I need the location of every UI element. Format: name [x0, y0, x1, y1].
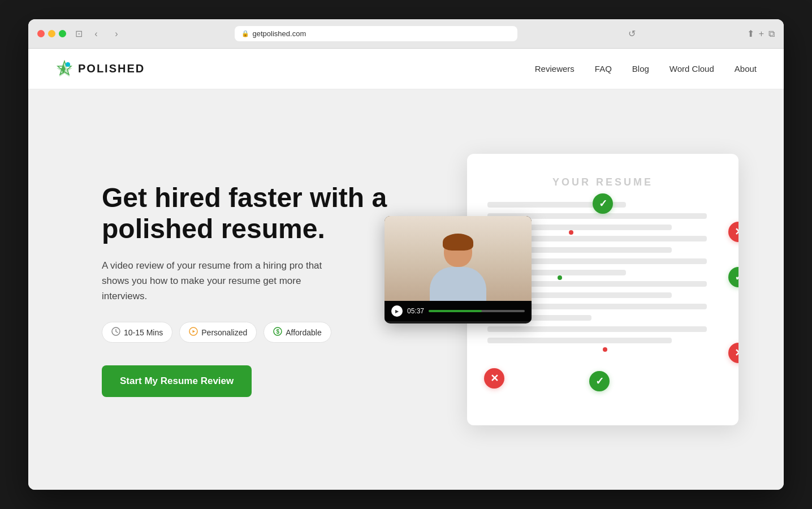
annotation-x-top-right: ✕ — [728, 222, 738, 242]
x-circle-3: ✕ — [484, 368, 504, 389]
x-circle-2: ✕ — [728, 343, 738, 363]
feature-badges: 10-15 Mins Personalized — [102, 322, 396, 343]
dot-green-2 — [591, 377, 596, 381]
annotation-check-top: ✓ — [593, 193, 613, 214]
badge-personalized-label: Personalized — [201, 328, 247, 337]
cta-button[interactable]: Start My Resume Review — [102, 365, 252, 397]
badge-affordable: $ Affordable — [264, 322, 331, 343]
browser-window: ⊡ ‹ › 🔒 getpolished.com ↺ ⬆ + ⧉ POLISHED — [28, 19, 784, 490]
badge-time-label: 10-15 Mins — [124, 328, 163, 337]
check-circle-2: ✓ — [728, 267, 738, 287]
address-bar[interactable]: 🔒 getpolished.com — [235, 26, 517, 41]
x-circle-1: ✕ — [728, 222, 738, 242]
check-circle-1: ✓ — [593, 193, 613, 214]
video-person — [385, 216, 532, 301]
nav-blog[interactable]: Blog — [632, 64, 649, 74]
nav-wordcloud[interactable]: Word Cloud — [670, 64, 714, 74]
hero-section: Get hired faster with a polished resume.… — [28, 89, 784, 490]
dot-red-1 — [569, 230, 573, 235]
hero-title: Get hired faster with a polished resume. — [102, 182, 396, 244]
nav-faq[interactable]: FAQ — [595, 64, 612, 74]
url-text: getpolished.com — [253, 29, 306, 38]
person-figure — [430, 236, 486, 301]
video-controls: ▶ 05:37 — [385, 301, 532, 321]
video-time: 05:37 — [407, 307, 424, 315]
annotation-x-bottom-left: ✕ — [484, 368, 504, 389]
resume-title: YOUR RESUME — [487, 176, 718, 188]
hero-subtitle: A video review of your resume from a hir… — [102, 258, 345, 304]
reload-button[interactable]: ↺ — [628, 28, 636, 39]
browser-actions: ⬆ + ⧉ — [747, 28, 775, 39]
traffic-lights — [37, 30, 66, 37]
navbar: POLISHED Reviewers FAQ Blog Word Cloud A… — [28, 49, 784, 89]
logo[interactable]: POLISHED — [55, 60, 145, 78]
badge-personalized: Personalized — [179, 322, 257, 343]
video-progress-bar[interactable] — [429, 310, 525, 312]
logo-text: POLISHED — [78, 62, 145, 75]
resume-line-13 — [487, 338, 672, 343]
browser-chrome: ⊡ ‹ › 🔒 getpolished.com ↺ ⬆ + ⧉ — [28, 19, 784, 49]
play-icon — [189, 327, 198, 338]
resume-line-12 — [487, 326, 707, 332]
video-overlay: ▶ 05:37 — [385, 216, 532, 323]
svg-text:$: $ — [277, 329, 280, 335]
sidebar-toggle-button[interactable]: ⊡ — [75, 28, 83, 39]
annotation-check-bottom: ✓ — [589, 371, 610, 391]
video-progress-fill — [429, 310, 481, 312]
dot-red-2 — [603, 347, 607, 352]
lock-icon: 🔒 — [241, 30, 249, 37]
nav-links: Reviewers FAQ Blog Word Cloud About — [535, 64, 757, 74]
dot-green-1 — [558, 275, 562, 280]
minimize-button[interactable] — [48, 30, 55, 37]
person-body — [430, 267, 486, 301]
forward-button[interactable]: › — [110, 27, 123, 41]
share-button[interactable]: ⬆ — [747, 28, 754, 39]
hero-left: Get hired faster with a polished resume.… — [102, 182, 396, 398]
nav-reviewers[interactable]: Reviewers — [535, 64, 575, 74]
page-content: POLISHED Reviewers FAQ Blog Word Cloud A… — [28, 49, 784, 490]
annotation-check-mid-right: ✓ — [728, 267, 738, 287]
check-circle-3: ✓ — [589, 371, 610, 391]
svg-point-0 — [66, 62, 70, 67]
person-head — [444, 236, 472, 267]
back-button[interactable]: ‹ — [89, 27, 103, 41]
tabs-button[interactable]: ⧉ — [768, 28, 775, 39]
badge-affordable-label: Affordable — [286, 328, 322, 337]
badge-time: 10-15 Mins — [102, 322, 172, 343]
annotation-x-bottom-right: ✕ — [728, 343, 738, 363]
clock-icon — [111, 327, 120, 338]
maximize-button[interactable] — [59, 30, 66, 37]
person-hair — [443, 234, 473, 251]
hero-right: YOUR RESUME — [430, 143, 738, 437]
logo-icon — [55, 60, 74, 78]
nav-about[interactable]: About — [735, 64, 757, 74]
new-tab-button[interactable]: + — [759, 28, 764, 39]
close-button[interactable] — [37, 30, 45, 37]
dollar-icon: $ — [273, 327, 282, 338]
